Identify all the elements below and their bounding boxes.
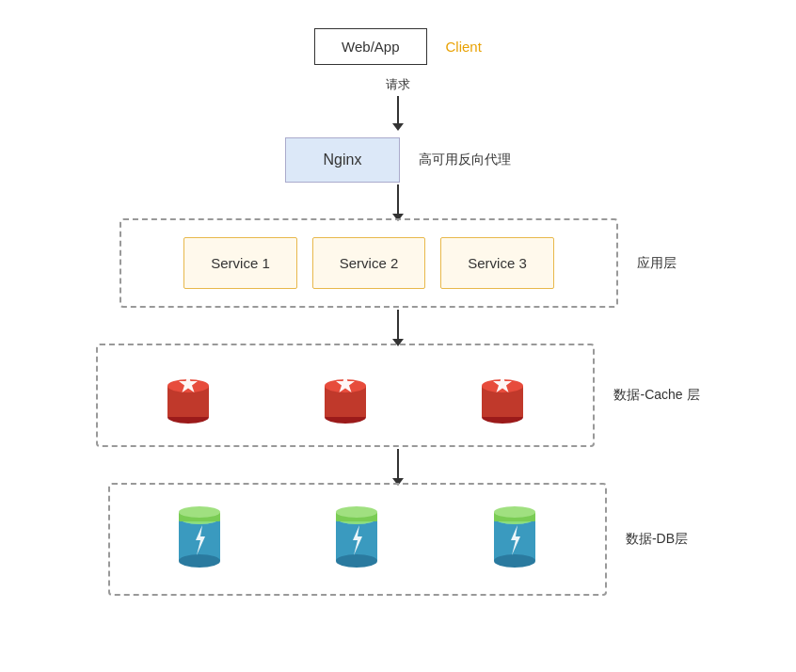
service-3-box: Service 3 [440,237,554,289]
service-2-box: Service 2 [312,237,426,289]
request-label: 请求 [386,76,410,93]
top-row: Web/App Client [314,28,482,65]
db-1 [167,502,233,577]
nginx-label: Nginx [324,152,362,168]
service-1-box: Service 1 [183,237,297,289]
redis-3 [470,362,536,428]
db-dashed-box [108,483,607,596]
nginx-box: Nginx [285,137,401,183]
arrow-2 [397,184,399,215]
redis-1 [155,362,221,428]
arrow-1 [397,96,399,124]
arrow-4-container [397,449,399,479]
db-3-svg [485,504,546,575]
cache-layer-label: 数据-Cache 层 [613,387,699,404]
svg-point-34 [494,506,535,518]
arrow-4 [397,449,399,479]
svg-point-18 [179,506,220,518]
svg-point-30 [494,554,535,568]
arrow-3-container [397,310,399,340]
app-layer-label: 应用层 [637,255,677,272]
service-3-label: Service 3 [468,255,527,271]
nginx-side-label: 高可用反向代理 [419,152,511,168]
db-3 [482,502,548,577]
arrow-request: 请求 [386,76,410,124]
redis-3-svg [472,365,533,426]
svg-point-26 [336,506,377,518]
arrow-3 [397,310,399,340]
app-layer-wrapper: Service 1 Service 2 Service 3 应用层 [119,218,677,308]
db-layer-wrapper: 数据-DB层 [108,483,688,596]
app-dashed-box: Service 1 Service 2 Service 3 [119,218,618,308]
svg-point-22 [336,554,377,568]
redis-1-svg [158,365,219,426]
webapp-box: Web/App [314,28,426,65]
diagram: Web/App Client 请求 Nginx 高可用反向代理 Service … [0,0,796,672]
redis-2 [312,362,378,428]
svg-point-14 [179,554,220,568]
nginx-row: Nginx 高可用反向代理 [285,137,512,183]
cache-dashed-box [96,344,595,447]
db-2 [325,502,390,577]
redis-2-svg [315,365,376,426]
client-label: Client [446,39,482,55]
webapp-label: Web/App [342,39,399,55]
db-1-svg [169,504,231,575]
cache-layer-wrapper: 数据-Cache 层 [96,344,699,447]
service-2-label: Service 2 [340,255,399,271]
service-1-label: Service 1 [211,255,270,271]
db-layer-label: 数据-DB层 [626,531,688,548]
arrow-2-container [397,184,399,215]
db-2-svg [326,504,388,575]
